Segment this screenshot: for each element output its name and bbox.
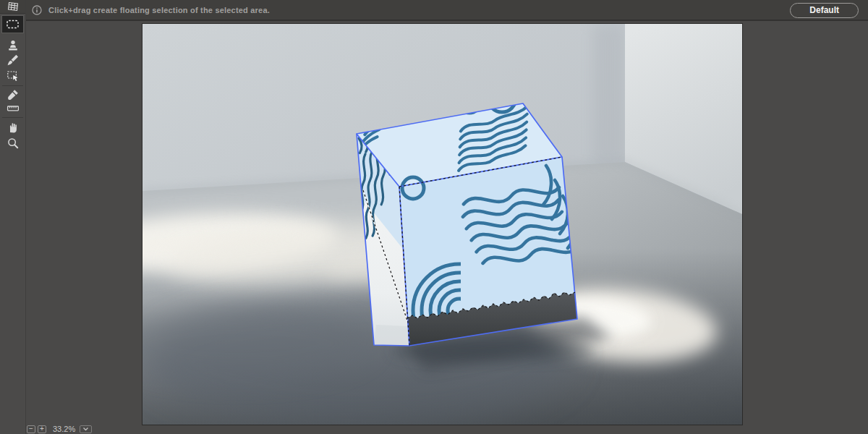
viewport-canvas[interactable] — [142, 24, 742, 425]
zoom-controls: − + 33.2% — [27, 425, 92, 433]
topbar: Click+drag create floating selection of … — [26, 0, 868, 21]
zoom-level-value: 33.2% — [53, 425, 75, 433]
wall-corner-shading — [592, 24, 626, 166]
eyedropper-tool-icon[interactable] — [7, 88, 20, 101]
zoom-dropdown[interactable] — [80, 425, 92, 433]
grid-tool-icon[interactable] — [7, 1, 20, 14]
zoom-out-button[interactable]: − — [27, 425, 35, 433]
chevron-down-icon — [82, 427, 89, 431]
transform-selection-tool-icon[interactable] — [7, 69, 20, 82]
default-button[interactable]: Default — [790, 3, 859, 18]
brush-tool-icon[interactable] — [7, 54, 20, 67]
hand-tool-icon[interactable] — [7, 122, 20, 135]
toolbar — [0, 0, 26, 434]
scene-render[interactable] — [142, 24, 742, 425]
zoom-in-button[interactable]: + — [38, 425, 46, 433]
clone-stamp-tool-icon[interactable] — [7, 39, 20, 52]
status-message: Click+drag create floating selection of … — [48, 6, 270, 14]
zoom-tool-icon[interactable] — [7, 137, 20, 150]
app-window: Click+drag create floating selection of … — [0, 0, 868, 434]
info-icon — [32, 5, 42, 15]
ruler-tool-icon[interactable] — [7, 102, 20, 115]
marquee-tool-selected[interactable] — [1, 15, 24, 33]
